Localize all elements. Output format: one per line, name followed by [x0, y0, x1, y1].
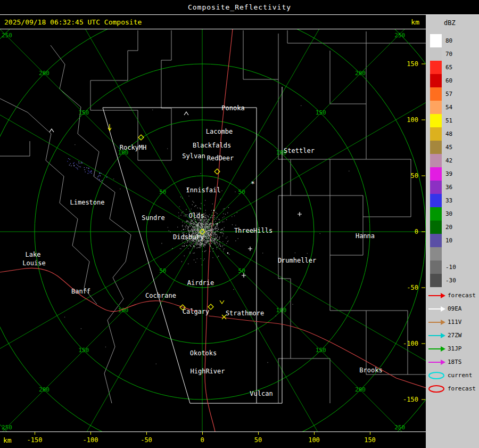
place-label: Lacombe — [206, 128, 233, 135]
boundary-line — [363, 159, 411, 217]
legend-label: current — [448, 372, 472, 379]
place-label: Calgary — [183, 308, 210, 315]
place-label: Airdrie — [187, 279, 214, 287]
colorbar-value: 70 — [445, 51, 452, 58]
place-label: ThreeHills — [234, 227, 272, 234]
boundary-line — [90, 30, 171, 160]
ring-distance-label: 200 — [39, 386, 49, 393]
legend-item: 31JP — [426, 342, 479, 355]
colorbar-swatch — [430, 34, 442, 47]
colorbar-row: 30 — [426, 207, 479, 221]
place-label: HighRiver — [190, 368, 225, 375]
colorbar-row: 33 — [426, 194, 479, 207]
bottom-axis-label: 50 — [245, 436, 271, 444]
radial-spoke — [0, 72, 202, 232]
radial-spoke — [43, 29, 202, 232]
legend-item: 111V — [426, 315, 479, 329]
ring-distance-label: 250 — [2, 32, 12, 39]
colorbar-row: 39 — [426, 167, 479, 181]
echo-speckles — [69, 162, 108, 181]
colorbar-swatch — [430, 207, 442, 221]
colorbar-swatch — [430, 194, 442, 207]
place-label: Vulcan — [250, 390, 272, 397]
place-label: RedDeer — [207, 154, 234, 162]
ring-distance-label: 100 — [276, 307, 287, 314]
colorbar-row: 65 — [426, 61, 479, 74]
ring-distance-label: 150 — [78, 347, 89, 354]
caret-marker-icon — [49, 129, 54, 132]
colorbar-value: -10 — [445, 264, 456, 271]
legend-label: forecast — [448, 385, 476, 392]
legend-arrow-icon — [427, 305, 447, 313]
colorbar: 80706560575451484542393633302010-10-30 — [426, 34, 479, 287]
star-marker-icon: * — [251, 180, 255, 188]
place-label: Hanna — [356, 232, 375, 240]
echo-bright-dot — [213, 210, 214, 211]
bottom-axis-label: -150 — [22, 436, 47, 444]
echo-speckles — [67, 161, 106, 180]
legend-arrow-icon — [427, 345, 447, 353]
colorbar-value: 54 — [445, 104, 452, 111]
place-label: Stettler — [284, 147, 315, 154]
place-label: Innisfail — [186, 186, 220, 194]
colorbar-swatch — [430, 141, 442, 154]
colorbar-value: 39 — [445, 170, 452, 177]
colorbar-swatch — [430, 247, 442, 260]
boundary-line — [291, 196, 363, 255]
colorbar-swatch — [430, 74, 442, 87]
legend-label: 09EA — [448, 305, 462, 312]
legend-item: 27ZW — [426, 329, 479, 342]
boundary-line — [291, 359, 330, 403]
colorbar-value: 45 — [445, 144, 452, 151]
legend-ellipse-icon — [427, 385, 447, 393]
legend-label: 27ZW — [448, 332, 462, 339]
colorbar-swatch — [430, 181, 442, 194]
colorbar-title: dBZ — [444, 19, 456, 27]
boundary-line — [330, 255, 426, 374]
timestamp-label: 2025/09/18 06:32:45 UTC Composite — [4, 18, 142, 26]
ring-distance-label: 200 — [39, 70, 49, 77]
window-title: Composite_Reflectivity — [188, 3, 291, 11]
place-label: Ponoka — [221, 104, 244, 112]
colorbar-row: -10 — [426, 260, 479, 274]
boundary-line — [90, 30, 138, 110]
legend-label: 31JP — [448, 345, 462, 352]
colorbar-swatch — [430, 260, 442, 274]
place-label: Cochrane — [145, 292, 176, 299]
colorbar-row: 57 — [426, 87, 479, 101]
title-bar: Composite_Reflectivity — [0, 0, 479, 15]
colorbar-value: 33 — [445, 197, 452, 204]
right-axis-label: 100 — [407, 116, 418, 124]
radar-map[interactable]: 5050505010010010010015015015015020020020… — [0, 29, 426, 431]
legend-arrow-icon — [427, 358, 447, 366]
ring-distance-label: 50 — [159, 189, 166, 196]
side-panel: dBZ 80706560575451484542393633302010-10-… — [426, 15, 479, 448]
right-axis-label: -100 — [403, 340, 418, 347]
ring-distance-label: 50 — [238, 267, 245, 274]
bottom-axis-label: 0 — [189, 436, 215, 444]
place-label: Lake — [26, 251, 41, 258]
right-axis-label: -50 — [407, 284, 418, 291]
legend-label: 111V — [448, 319, 462, 325]
place-label: RockyMH — [120, 144, 147, 151]
radial-spoke — [202, 29, 426, 232]
legend-item: current — [426, 369, 479, 382]
place-label: Louise — [22, 259, 45, 267]
colorbar-swatch — [430, 87, 442, 101]
colorbar-value: 65 — [445, 64, 452, 71]
bottom-axis-tick — [258, 432, 259, 435]
boundary-line — [330, 51, 366, 255]
right-axis-label: 50 — [411, 172, 418, 180]
colorbar-value: 20 — [445, 224, 452, 231]
colorbar-row: 80 — [426, 34, 479, 47]
ring-distance-label: 150 — [78, 109, 89, 116]
echo-bright-dot — [227, 252, 228, 254]
map-frame: 5050505010010010010015015015015020020020… — [0, 29, 426, 431]
legend-item: forecast — [426, 382, 479, 395]
legend-arrow-icon — [427, 318, 447, 327]
place-label: Olds — [189, 212, 204, 219]
colorbar-row: 70 — [426, 47, 479, 61]
boundary-line — [278, 79, 291, 403]
colorbar-swatch — [430, 167, 442, 181]
legend-ellipse-icon — [427, 371, 447, 380]
